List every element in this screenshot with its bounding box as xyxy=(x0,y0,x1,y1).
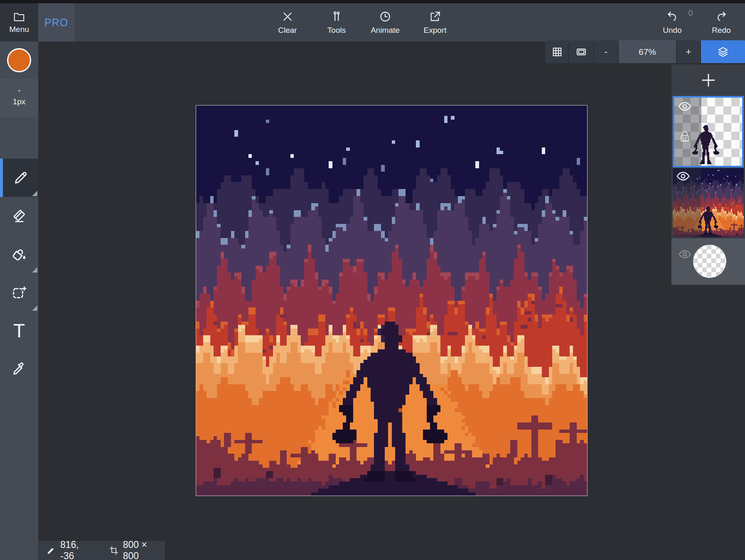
add-layer-button[interactable] xyxy=(671,64,745,96)
menu-label: Menu xyxy=(9,25,29,34)
pencil-tool[interactable] xyxy=(0,159,38,197)
tools-icon xyxy=(330,10,343,23)
window-strip xyxy=(0,0,745,3)
brush-size-control[interactable]: 1px xyxy=(0,79,38,117)
zoom-level-value: 67% xyxy=(639,47,656,57)
fullscreen-canvas-button[interactable] xyxy=(569,40,593,63)
background-layer-swatch[interactable] xyxy=(693,245,726,278)
pixel-editor-app: Menu PRO Clear Tools Animate xyxy=(0,0,745,560)
tools-label: Tools xyxy=(327,26,346,35)
grid-toggle-button[interactable] xyxy=(546,40,568,63)
fill-submenu-corner xyxy=(32,267,37,273)
tool-sidebar: 1px T xyxy=(0,42,38,560)
clear-label: Clear xyxy=(278,26,297,35)
zoom-out-button[interactable]: - xyxy=(594,40,618,63)
pro-label: PRO xyxy=(44,17,68,29)
clear-button[interactable]: Clear xyxy=(263,3,312,42)
select-submenu-corner xyxy=(32,305,37,311)
undo-label: Undo xyxy=(663,26,681,35)
pixel-canvas[interactable] xyxy=(196,106,587,496)
undo-button[interactable]: Undo xyxy=(656,3,689,42)
plus-icon xyxy=(700,72,717,88)
redo-button[interactable]: Redo xyxy=(705,3,738,42)
eyedropper-icon xyxy=(11,361,27,377)
text-tool-icon: T xyxy=(13,321,25,340)
grid-icon xyxy=(551,46,563,58)
canvas-dimensions: 800 × 800 xyxy=(123,539,165,560)
animate-label: Animate xyxy=(371,26,400,35)
brush-size-label: 1px xyxy=(13,97,26,106)
layers-panel-button[interactable] xyxy=(701,40,745,63)
zoom-in-label: + xyxy=(686,47,691,57)
undo-count-badge: 0 xyxy=(685,8,696,18)
clear-x-icon xyxy=(281,10,294,23)
layers-panel xyxy=(671,64,745,285)
zoom-out-label: - xyxy=(605,47,607,57)
brush-size-dot xyxy=(19,90,20,91)
select-tool[interactable] xyxy=(0,273,38,312)
layer-2-visibility-toggle[interactable] xyxy=(676,171,690,182)
paint-bucket-icon xyxy=(10,246,28,263)
pro-tab[interactable]: PRO xyxy=(38,3,74,42)
cursor-coordinates: 816, -36 xyxy=(60,539,95,560)
layer-1-thumbnail[interactable] xyxy=(673,96,744,167)
animate-button[interactable]: Animate xyxy=(361,3,410,42)
export-icon xyxy=(429,10,441,23)
pencil-icon xyxy=(12,169,29,186)
redo-icon xyxy=(715,10,728,23)
pencil-submenu-corner xyxy=(32,191,37,196)
top-toolbar: Menu PRO Clear Tools Animate xyxy=(0,3,745,42)
coords-pencil-icon xyxy=(46,545,56,555)
layer-2-thumbnail[interactable] xyxy=(673,168,744,237)
marquee-select-icon xyxy=(11,284,27,301)
eraser-tool[interactable] xyxy=(0,197,38,235)
layer-1-lock-toggle[interactable] xyxy=(679,130,691,144)
clock-icon xyxy=(379,10,391,23)
background-layer-row[interactable] xyxy=(671,238,745,285)
monitor-icon xyxy=(575,46,587,58)
fill-bucket-tool[interactable] xyxy=(0,235,38,273)
color-swatch[interactable] xyxy=(7,48,31,72)
crop-size-icon xyxy=(109,545,119,555)
layer-1-visibility-toggle[interactable] xyxy=(678,101,692,112)
export-label: Export xyxy=(424,26,447,35)
export-button[interactable]: Export xyxy=(411,3,460,42)
text-tool[interactable]: T xyxy=(0,312,38,350)
layers-icon xyxy=(717,46,729,58)
canvas-area xyxy=(196,106,587,496)
background-layer-visibility-toggle[interactable] xyxy=(678,249,691,259)
redo-label: Redo xyxy=(712,26,730,35)
menu-button[interactable]: Menu xyxy=(0,3,38,42)
undo-icon xyxy=(666,10,679,23)
tools-button[interactable]: Tools xyxy=(312,3,361,42)
folder-icon xyxy=(13,11,25,22)
zoom-level-display[interactable]: 67% xyxy=(619,40,676,63)
status-bar: 816, -36 800 × 800 xyxy=(39,541,165,560)
eyedropper-tool[interactable] xyxy=(0,350,38,388)
zoom-in-button[interactable]: + xyxy=(677,40,700,63)
eraser-icon xyxy=(11,208,27,224)
color-swatch-cell xyxy=(0,42,38,79)
